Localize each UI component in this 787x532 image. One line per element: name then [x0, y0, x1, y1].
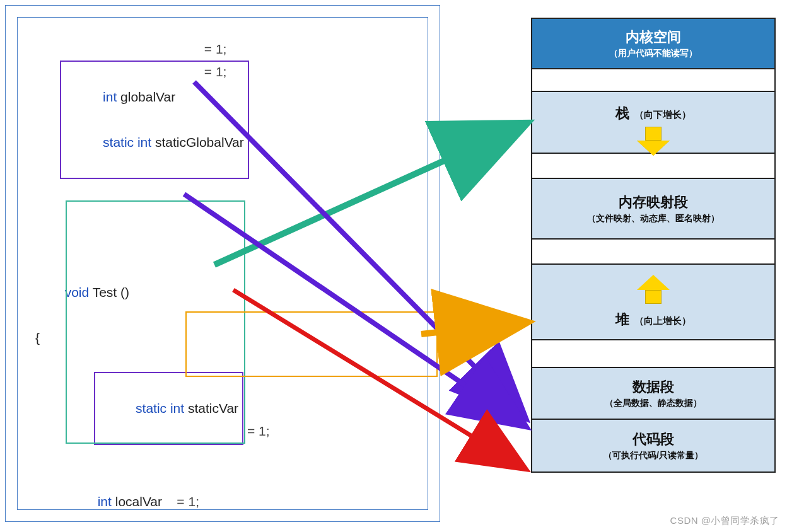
rhs-localVar: = 1;: [173, 494, 199, 509]
ident-staticGlobalVar: staticGlobalVar: [151, 135, 244, 149]
seg-stack-sub: （向下增长）: [634, 109, 691, 120]
ident-globalVar: globalVar: [117, 90, 175, 104]
assign-1a: = 1;: [201, 38, 226, 61]
seg-stack: 栈 （向下增长）: [532, 92, 774, 154]
type-int: int: [137, 135, 151, 149]
seg-heap: 堆 （向上增长）: [532, 265, 774, 340]
seg-kernel-title: 内核空间: [626, 28, 681, 47]
seg-code-title: 代码段: [633, 430, 674, 449]
type-int: int: [103, 90, 117, 104]
seg-mmap-sub: （文件映射、动态库、匿名映射）: [587, 213, 720, 224]
seg-gap4: [532, 340, 774, 368]
seg-mmap: 内存映射段 （文件映射、动态库、匿名映射）: [532, 179, 774, 240]
seg-code: 代码段 （可执行代码/只读常量）: [532, 420, 774, 471]
kw-static: static: [103, 135, 137, 149]
ident-localVar: localVar: [112, 494, 173, 509]
seg-gap1: [532, 69, 774, 92]
seg-gap2: [532, 154, 774, 179]
seg-data: 数据段 （全局数据、静态数据）: [532, 368, 774, 420]
assign-1b: = 1;: [201, 61, 226, 83]
watermark: CSDN @小曾同学杀疯了: [670, 515, 779, 527]
heap-alloc-box: [185, 311, 438, 377]
seg-data-sub: （全局数据、静态数据）: [605, 398, 702, 409]
seg-data-title: 数据段: [633, 378, 674, 396]
type: int: [98, 494, 112, 509]
seg-code-sub: （可执行代码/只读常量）: [603, 450, 703, 461]
seg-heap-title: 堆: [615, 311, 629, 327]
seg-mmap-title: 内存映射段: [619, 193, 688, 212]
seg-kernel: 内核空间 （用户代码不能读写）: [532, 19, 774, 69]
memory-layout: 内核空间 （用户代码不能读写） 栈 （向下增长） 内存映射段 （文件映射、动态库…: [531, 18, 776, 473]
assign-staticVar: = 1;: [243, 424, 269, 438]
code-panel-outer: int globalVar static int staticGlobalVar…: [5, 5, 440, 522]
seg-gap3: [532, 240, 774, 265]
brace-open: {: [35, 330, 40, 345]
seg-stack-title: 栈: [615, 105, 629, 121]
seg-heap-sub: （向上增长）: [634, 315, 691, 326]
seg-kernel-sub: （用户代码不能读写）: [609, 48, 697, 59]
code-panel: int globalVar static int staticGlobalVar…: [17, 17, 428, 510]
